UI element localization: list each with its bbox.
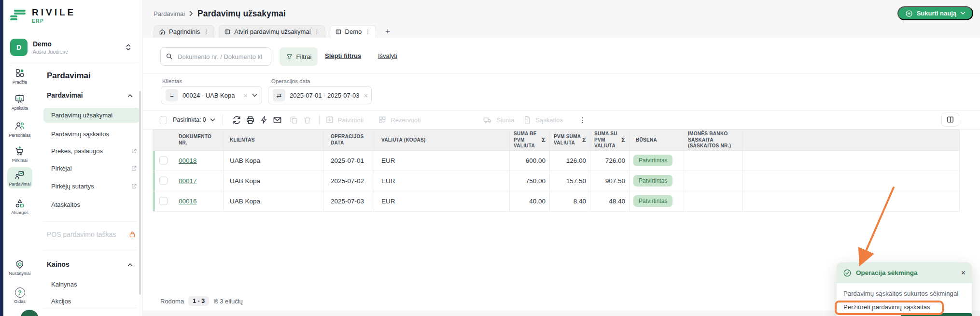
tab-atviri-uzsakymai[interactable]: Atviri pardavimų užsakymai ⋮ bbox=[219, 25, 325, 38]
toolbar-divider bbox=[319, 115, 320, 125]
client-filter-select[interactable]: = 00024 - UAB Kopa × bbox=[161, 86, 262, 104]
tab-pagrindinis[interactable]: Pagrindinis ⋮ bbox=[154, 25, 214, 38]
status-badge: Patvirtintas bbox=[633, 175, 672, 187]
column-header-net[interactable]: SUMA BE PVM VALIUTAΣ bbox=[510, 130, 550, 151]
menu-item-ataskaitos[interactable]: Ataskaitos bbox=[51, 201, 137, 208]
menu-group-kainos[interactable]: Kainos bbox=[47, 260, 133, 268]
clear-date-icon[interactable]: × bbox=[364, 92, 368, 99]
filters-button[interactable]: Filtrai bbox=[280, 47, 318, 66]
column-header-vat[interactable]: PVM SUMA VALIUTAΣ bbox=[550, 130, 590, 151]
people-icon bbox=[14, 121, 25, 131]
confirm-button[interactable]: Patvirtinti bbox=[325, 115, 364, 124]
column-header-bank[interactable]: ĮMONĖS BANKO SĄSKAITA (SĄSKAITOS NR.) bbox=[684, 130, 743, 151]
delete-button[interactable] bbox=[301, 113, 314, 127]
column-settings-button[interactable] bbox=[941, 113, 959, 127]
toast-button-partial[interactable] bbox=[901, 313, 972, 316]
shapes-icon bbox=[14, 198, 25, 209]
column-header-status[interactable]: BŪSENA bbox=[630, 130, 684, 151]
rail-item-gidas[interactable]: ? Gidas bbox=[3, 287, 36, 304]
rail-item-personalas[interactable]: Personalas bbox=[3, 121, 36, 138]
menu-divider bbox=[43, 221, 137, 222]
cart-icon bbox=[14, 146, 25, 157]
date-filter-label: Operacijos data bbox=[271, 78, 310, 84]
reserve-button[interactable]: Rezervuoti bbox=[378, 115, 420, 124]
sum-icon[interactable]: Σ bbox=[542, 136, 546, 144]
rail-item-pirkimai[interactable]: Pirkimai bbox=[3, 146, 36, 163]
search-input[interactable] bbox=[160, 47, 271, 66]
copy-icon bbox=[289, 115, 298, 125]
dashboard-icon bbox=[14, 68, 25, 78]
row-checkbox[interactable] bbox=[159, 157, 168, 165]
rail-item-apskaita[interactable]: Apskaita bbox=[3, 94, 36, 111]
sum-icon[interactable]: Σ bbox=[621, 136, 625, 144]
toolbar-more-icon[interactable]: ⋮ bbox=[579, 116, 586, 124]
menu-item-prekes-paslaugos[interactable]: Prekės, paslaugos bbox=[51, 147, 137, 155]
clear-filters-link[interactable]: Išvalyti bbox=[378, 52, 397, 59]
invoice-file-icon bbox=[523, 115, 532, 124]
cell-net: 750.00 bbox=[510, 171, 550, 191]
column-header-date[interactable]: OPERACIJOS DATA bbox=[323, 130, 374, 151]
menu-item-pardavimu-saskaitos[interactable]: Pardavimų sąskaitos bbox=[51, 130, 137, 138]
pager-range[interactable]: 1 - 3 bbox=[188, 296, 209, 306]
rail-item-atsargos[interactable]: Atsargos bbox=[3, 198, 36, 215]
column-header-client[interactable]: KLIENTAS bbox=[224, 130, 323, 151]
row-checkbox[interactable] bbox=[159, 177, 168, 185]
column-header-gross[interactable]: SUMA SU PVM VALIUTAΣ bbox=[590, 130, 630, 151]
menu-scrollbar[interactable] bbox=[139, 91, 141, 295]
date-range-icon[interactable]: ⇄ bbox=[273, 89, 285, 101]
column-header-doc[interactable]: DOKUMENTO NR. bbox=[153, 130, 224, 151]
email-button[interactable] bbox=[271, 113, 284, 127]
menu-item-akcijos[interactable]: Akcijos bbox=[51, 298, 137, 305]
tab-menu-icon[interactable]: ⋮ bbox=[314, 29, 320, 35]
brand-name: RIVILE bbox=[32, 8, 76, 18]
close-icon[interactable]: × bbox=[961, 269, 966, 277]
menu-item-pirkeju-sutartys[interactable]: Pirkėjų sutartys bbox=[51, 183, 137, 190]
document-link[interactable]: 00016 bbox=[179, 198, 197, 205]
rail-item-nustatymai[interactable]: Nustatymai bbox=[3, 259, 36, 276]
select-all-checkbox[interactable] bbox=[159, 116, 167, 124]
add-tab-button[interactable]: + bbox=[380, 25, 395, 38]
menu-group-pardavimai[interactable]: Pardavimai bbox=[47, 91, 133, 99]
refresh-button[interactable] bbox=[230, 113, 244, 127]
tab-menu-icon[interactable]: ⋮ bbox=[365, 29, 371, 35]
cell-client: UAB Kopa bbox=[224, 171, 323, 191]
date-filter-input[interactable]: ⇄ 2025-07-01 - 2025-07-03 × bbox=[268, 86, 372, 104]
menu-item-pirkejai[interactable]: Pirkėjai bbox=[51, 165, 137, 172]
breadcrumb-parent[interactable]: Pardavimai bbox=[154, 10, 185, 17]
print-button[interactable] bbox=[244, 113, 257, 127]
cell-empty bbox=[743, 150, 960, 171]
sidebar: RIVILE ERP D Demo Aušra Juodienė Pradžia bbox=[3, 0, 142, 316]
tab-demo[interactable]: Demo ⋮ bbox=[330, 25, 377, 38]
selection-chevron-icon[interactable] bbox=[210, 118, 215, 122]
workspace-selector[interactable]: D Demo Aušra Juodienė bbox=[10, 38, 137, 57]
row-checkbox[interactable] bbox=[159, 197, 168, 205]
menu-item-pardavimu-uzsakymai[interactable]: Pardavimų užsakymai bbox=[43, 108, 140, 123]
menu-item-pos[interactable]: POS pardavimo taškas bbox=[47, 230, 136, 238]
rivile-logo[interactable]: RIVILE ERP bbox=[10, 8, 76, 24]
column-header-currency[interactable]: VALIUTA (KODAS) bbox=[374, 130, 510, 151]
layout-icon bbox=[335, 29, 342, 35]
chevron-down-icon[interactable] bbox=[252, 94, 257, 97]
tab-menu-icon[interactable]: ⋮ bbox=[203, 29, 209, 35]
page-title: Pardavimų užsakymai bbox=[197, 9, 286, 19]
clear-client-icon[interactable]: × bbox=[243, 92, 248, 99]
quick-action-button[interactable] bbox=[257, 113, 271, 127]
invoices-button[interactable]: Sąskaitos bbox=[523, 115, 562, 124]
rail-item-pradzia[interactable]: Pradžia bbox=[3, 68, 36, 85]
external-link-icon bbox=[131, 165, 137, 172]
shipment-button[interactable]: Siunta bbox=[483, 115, 514, 125]
hide-filters-link[interactable]: Slėpti filtrus bbox=[325, 52, 361, 59]
view-invoices-link[interactable]: Peržiūrėti pardavimų sąskaitas bbox=[843, 303, 930, 311]
sidebar-menu: Pardavimai Pardavimai Pardavimų užsakyma… bbox=[36, 63, 142, 316]
menu-item-kainynas[interactable]: Kainynas bbox=[51, 281, 137, 288]
create-new-button[interactable]: Sukurti naują bbox=[897, 6, 973, 20]
document-link[interactable]: 00017 bbox=[179, 177, 197, 185]
cell-bank bbox=[684, 191, 743, 211]
equals-operator-icon[interactable]: = bbox=[166, 89, 178, 101]
rail-item-pardavimai[interactable]: Pardavimai bbox=[7, 167, 32, 188]
document-link[interactable]: 00018 bbox=[179, 157, 197, 164]
copy-button[interactable] bbox=[287, 113, 301, 127]
sum-icon[interactable]: Σ bbox=[582, 136, 586, 144]
layout-icon bbox=[224, 29, 231, 35]
tab-bar: Pagrindinis ⋮ Atviri pardavimų užsakymai… bbox=[154, 25, 395, 38]
